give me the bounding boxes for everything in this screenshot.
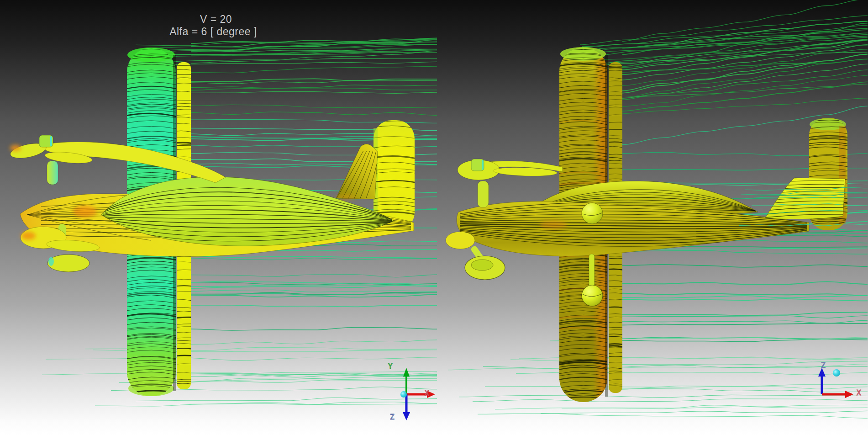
axis-label-x: X [857,388,861,397]
axis-label-z: Z [821,361,826,370]
rotor-pylon [478,181,489,207]
axis-label-z: Z [390,413,395,421]
cfd-viewport[interactable]: Y X Z Z X V = 20 Alfa = 6 [ degree ] [0,0,868,435]
axis-label-y: Y [388,362,393,371]
cfd-render-stage: Y X Z Z X V = 20 Alfa = 6 [ degree ] [0,0,868,435]
origin-sphere-icon [400,391,407,398]
axis-label-x: X [425,389,429,398]
stagnation-spot-nose-left [73,206,97,218]
annotation-velocity: V = 20 [200,13,232,25]
origin-sphere-icon [833,369,840,377]
annotation-alpha: Alfa = 6 [ degree ] [169,26,257,37]
landing-gear-sphere-right [582,203,603,224]
rotor-pylon [47,161,58,185]
